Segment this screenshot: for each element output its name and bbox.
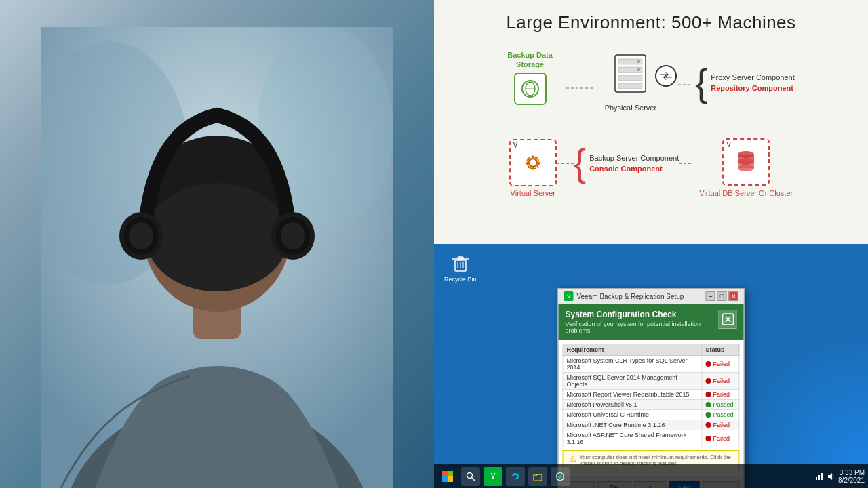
svg-point-12	[129, 222, 153, 249]
requirement-name: Microsoft Report Viewer Redistributable …	[563, 390, 702, 400]
taskbar-icons[interactable]: V	[461, 467, 815, 486]
requirement-name: Microsoft SQL Server 2014 Management Obj…	[563, 373, 702, 390]
requirement-status: Passed	[702, 410, 739, 420]
top-row: Backup Data Storage	[434, 43, 868, 112]
dialog-titlebar: V Veeam Backup & Replication Setup – □ ✕	[559, 289, 744, 304]
arrow-circle	[655, 65, 677, 87]
console-component-label: Console Component	[589, 165, 679, 173]
dialog-header-text: System Configuration Check Verification …	[566, 310, 719, 334]
svg-rect-51	[821, 473, 823, 480]
taskbar-right: 3:33 PM 8/2/2021	[815, 469, 865, 484]
requirement-name: Microsoft ASP.NET Core Shared Framework …	[563, 430, 702, 447]
diagram-content: Backup Data Storage	[434, 37, 868, 240]
taskbar-search[interactable]	[461, 467, 480, 486]
recycle-bin: Recycle Bin	[444, 251, 477, 283]
dashed-connector-4	[679, 160, 692, 167]
svg-point-15	[281, 222, 305, 249]
svg-point-25	[637, 60, 640, 63]
requirement-name: Microsoft PowerShell v5.1	[563, 400, 702, 410]
table-row: Microsoft SQL Server 2014 Management Obj…	[563, 373, 739, 390]
desktop-bg-gradient	[732, 329, 868, 464]
svg-point-7	[146, 183, 288, 291]
win-sq-4	[448, 476, 454, 482]
svg-line-47	[472, 477, 475, 481]
backup-server-label: Backup Server Component	[589, 154, 679, 162]
table-row: Microsoft PowerShell v5.1Passed	[563, 400, 739, 410]
taskbar-explorer[interactable]	[528, 467, 547, 486]
requirement-status: Passed	[702, 400, 739, 410]
backup-storage-block: Backup Data Storage	[507, 50, 553, 106]
svg-rect-50	[818, 475, 820, 480]
repository-label: Repository Component	[711, 84, 795, 92]
virtual-server-block: V V	[509, 139, 557, 197]
volume-icon	[827, 472, 835, 481]
minimize-button[interactable]: –	[706, 291, 715, 301]
svg-rect-24	[618, 83, 642, 89]
svg-rect-39	[458, 257, 463, 259]
dashed-connector-1	[566, 85, 593, 92]
maximize-button[interactable]: □	[717, 291, 727, 301]
requirement-status: Failed	[702, 420, 739, 430]
close-button[interactable]: ✕	[729, 291, 738, 301]
requirement-name: Microsoft .NET Core Runtime 3.1.16	[563, 420, 702, 430]
col-status: Status	[702, 344, 739, 356]
requirement-status: Failed	[702, 373, 739, 390]
virtual-db-block: V Virtual DB Server Or Cluster	[699, 138, 793, 198]
bottom-row: V V	[434, 138, 868, 198]
proxy-repo-block: { Proxy Server Component Repository Comp…	[695, 64, 795, 102]
dashed-connector-2	[678, 81, 692, 88]
svg-point-46	[467, 472, 473, 478]
table-row: Microsoft Universal C RuntimePassed	[563, 410, 739, 420]
requirement-status: Failed	[702, 356, 739, 373]
backup-console-block: { Backup Server Component Console Compon…	[574, 144, 679, 182]
backup-storage-label: Backup Data Storage	[507, 50, 553, 70]
dialog-controls[interactable]: – □ ✕	[706, 291, 738, 301]
table-row: Microsoft System CLR Types for SQL Serve…	[563, 356, 739, 373]
taskbar-veeam[interactable]: V	[484, 467, 502, 486]
win-sq-3	[442, 476, 448, 482]
start-button[interactable]	[437, 466, 458, 487]
requirements-table: Requirement Status Microsoft System CLR …	[563, 344, 740, 447]
requirement-name: Microsoft Universal C Runtime	[563, 410, 702, 420]
recycle-bin-label: Recycle Bin	[444, 276, 477, 283]
warning-icon: ⚠	[569, 454, 576, 464]
svg-point-28	[529, 159, 537, 167]
storage-icon	[514, 73, 547, 105]
clock-time: 3:33 PM	[838, 469, 865, 476]
svg-rect-23	[618, 75, 642, 81]
physical-server-block: Physical Server	[597, 50, 665, 112]
recycle-bin-icon	[448, 251, 472, 274]
network-icon	[815, 472, 823, 481]
dialog-header: System Configuration Check Verification …	[559, 304, 744, 340]
clock-date: 8/2/2021	[838, 476, 865, 484]
svg-rect-48	[534, 474, 542, 481]
requirement-name: Microsoft System CLR Types for SQL Serve…	[563, 356, 702, 373]
taskbar-edge[interactable]	[506, 467, 525, 486]
left-panel	[0, 0, 434, 488]
dashed-connector-3	[557, 160, 574, 167]
requirement-status: Failed	[702, 430, 739, 447]
taskbar-time: 3:33 PM 8/2/2021	[838, 469, 865, 484]
desktop-section: Recycle Bin V Veeam Backup & Replication…	[434, 244, 868, 488]
requirement-status: Failed	[702, 390, 739, 400]
dialog-title-text: V Veeam Backup & Replication Setup	[564, 291, 684, 301]
svg-point-26	[637, 68, 640, 71]
taskbar[interactable]: V	[434, 464, 868, 488]
col-requirement: Requirement	[563, 344, 702, 356]
dialog-body: Requirement Status Microsoft System CLR …	[559, 340, 744, 477]
proxy-server-label: Proxy Server Component	[711, 73, 795, 81]
table-row: Microsoft .NET Core Runtime 3.1.16Failed	[563, 420, 739, 430]
dialog-header-title: System Configuration Check	[566, 310, 719, 319]
windows-logo	[442, 471, 453, 482]
right-panel: Large Environment: 500+ Machines Backup …	[434, 0, 868, 488]
win-sq-1	[442, 471, 448, 476]
virtual-server-label: Virtual Server	[511, 189, 555, 197]
svg-point-36	[738, 165, 754, 171]
virtual-server-icon: V	[509, 139, 557, 186]
virtual-db-icon: V	[722, 138, 770, 186]
svg-rect-49	[816, 477, 817, 480]
diagram-section: Large Environment: 500+ Machines Backup …	[434, 0, 868, 244]
physical-server-label: Physical Server	[605, 104, 656, 112]
taskbar-shield[interactable]	[551, 467, 570, 486]
dialog-title: Veeam Backup & Replication Setup	[577, 293, 684, 300]
